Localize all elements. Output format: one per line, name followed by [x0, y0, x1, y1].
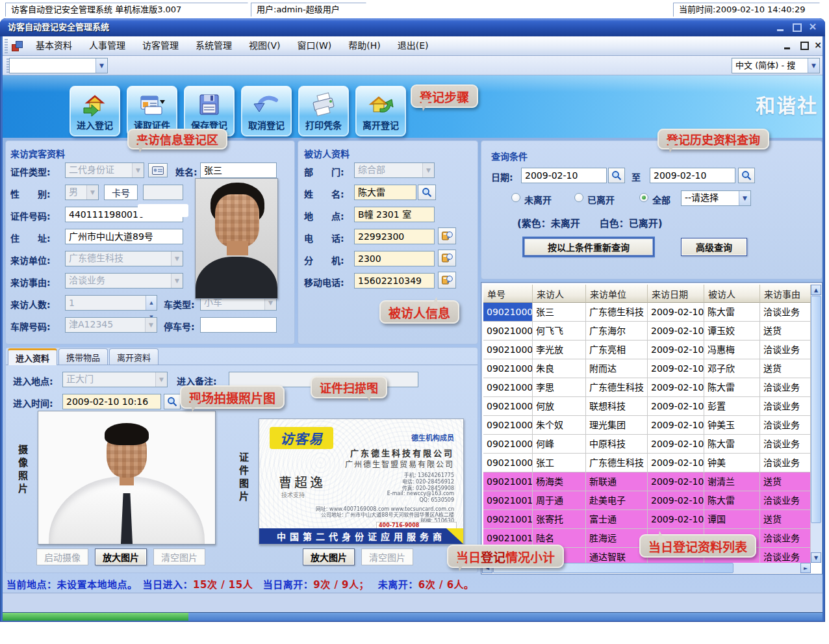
leave-register-button[interactable]: 离开登记: [355, 86, 406, 136]
close-icon[interactable]: ×: [806, 22, 819, 32]
dial-mobile-button[interactable]: [438, 272, 456, 289]
menu-system[interactable]: 系统管理: [187, 36, 240, 55]
mdi-restore-icon[interactable]: [798, 40, 810, 51]
location-input[interactable]: B幢 2301 室: [354, 207, 435, 222]
date-from-picker-button[interactable]: [608, 168, 625, 183]
col-header-visitor[interactable]: 来访人: [533, 285, 586, 303]
col-header-no[interactable]: 单号: [483, 285, 533, 303]
id-type-select[interactable]: 二代身份证 ▼: [65, 162, 144, 178]
enter-register-button[interactable]: 进入登记: [70, 86, 120, 136]
advanced-query-button[interactable]: 高级查询: [681, 238, 747, 256]
table-cell: 洽谈业务: [760, 303, 811, 322]
dial-phone-button[interactable]: [438, 227, 456, 244]
entry-place-select[interactable]: 正大门 ▼: [62, 372, 168, 387]
table-row[interactable]: 090210011周于通赴美电子2009-02-10陈大雷洽谈业务: [483, 491, 811, 510]
vscroll-thumb[interactable]: [811, 296, 821, 523]
visitor-name-input[interactable]: 张三: [200, 162, 277, 178]
zoom-photo-button[interactable]: 放大图片: [95, 548, 147, 565]
table-row[interactable]: 090210005李思广东德生科技2009-02-10陈大雷洽谈业务: [483, 378, 811, 397]
table-row[interactable]: 090210001张三广东德生科技2009-02-10陈大雷洽谈业务: [483, 303, 811, 322]
minimize-icon[interactable]: [774, 22, 787, 32]
tab-carried-items[interactable]: 携带物品: [58, 348, 108, 365]
reason-filter-select[interactable]: --请选择 ▼: [681, 190, 751, 206]
dial-ext-button[interactable]: [438, 250, 456, 266]
parking-input[interactable]: [200, 317, 277, 333]
tab-entry-info[interactable]: 进入资料: [8, 348, 57, 365]
mdi-close-icon[interactable]: ×: [812, 40, 824, 51]
table-cell: 陈大雷: [704, 303, 760, 322]
radio-left[interactable]: [574, 193, 583, 202]
scroll-right-icon[interactable]: ►: [800, 563, 811, 573]
card-number-button[interactable]: 卡号: [104, 185, 138, 200]
language-select[interactable]: 中文 (简体) - 搜 ▼: [732, 58, 820, 73]
start-camera-button[interactable]: 启动摄像: [36, 548, 88, 565]
table-row[interactable]: 090210007朱个奴理光集团2009-02-10钟美玉洽谈业务: [483, 416, 811, 435]
col-header-visited[interactable]: 被访人: [704, 285, 760, 303]
menu-basic-data[interactable]: 基本资料: [27, 36, 81, 55]
clear-photo-button[interactable]: 清空图片: [153, 548, 205, 565]
card-number-input[interactable]: [143, 185, 183, 200]
restore-icon[interactable]: [790, 22, 803, 32]
scroll-up-icon[interactable]: ▲: [811, 285, 821, 295]
entry-time-input[interactable]: 2009-02-10 10:16: [62, 394, 161, 409]
card-person-name: 曹超逸: [279, 472, 325, 491]
gender-label: 性 别:: [10, 187, 51, 200]
menu-help[interactable]: 帮助(H): [340, 36, 389, 55]
table-row[interactable]: 090210009张工广东德生科技2009-02-10钟美洽谈业务: [483, 454, 811, 472]
date-to-input[interactable]: 2009-02-10: [650, 168, 735, 183]
id-card-reader-button[interactable]: [148, 163, 168, 177]
menu-view[interactable]: 视图(V): [240, 36, 289, 55]
phone-input[interactable]: 22992300: [354, 229, 435, 244]
address-input[interactable]: 广州市中山大道89号: [65, 229, 183, 244]
ext-input[interactable]: 2300: [354, 251, 435, 266]
table-row[interactable]: 090210003李光放广东亮相2009-02-10冯惠梅洽谈业务: [483, 341, 811, 359]
table-row[interactable]: 090210010杨海类新联通2009-02-10谢清兰送货: [483, 472, 811, 491]
table-cell: 090210001: [483, 303, 533, 322]
menu-exit[interactable]: 退出(E): [389, 36, 437, 55]
table-row[interactable]: 090210004朱良附而达2009-02-10邓子欣送货: [483, 359, 811, 378]
plate-select[interactable]: 津A12345 ▼: [65, 317, 157, 333]
callout-card-scan: 证件扫描图: [311, 376, 387, 398]
table-row[interactable]: 090210008何峰中原科技2009-02-10陈大雷洽谈业务: [483, 435, 811, 454]
people-count-stepper[interactable]: 1 ▲▼: [65, 295, 157, 311]
app-icon: [12, 41, 22, 51]
cancel-register-button[interactable]: 取消登记: [241, 86, 292, 136]
spinner-arrows-icon[interactable]: ▲▼: [146, 296, 157, 310]
visited-name-input[interactable]: 陈大雷: [354, 185, 416, 200]
ext-label: 分 机:: [304, 253, 344, 266]
callout-daily-list: 当日登记资料列表: [639, 534, 756, 558]
menu-window[interactable]: 窗口(W): [289, 36, 340, 55]
zoom-card-button[interactable]: 放大图片: [303, 548, 355, 565]
mobile-input[interactable]: 15602210349: [354, 273, 435, 289]
col-header-date[interactable]: 来访日期: [648, 285, 704, 303]
company-select[interactable]: 广东德生科技 ▼: [65, 251, 183, 266]
menu-hr[interactable]: 人事管理: [81, 36, 134, 55]
quick-combo[interactable]: ▼: [9, 58, 108, 73]
requery-button[interactable]: 按以上条件重新查询: [524, 238, 654, 256]
date-to-picker-button[interactable]: [738, 168, 755, 183]
language-select-value: 中文 (简体) - 搜: [735, 60, 795, 70]
dept-select[interactable]: 综合部 ▼: [354, 162, 435, 178]
search-person-button[interactable]: [418, 185, 436, 200]
start-camera-label: 启动摄像: [44, 550, 81, 563]
gender-select[interactable]: 男 ▼: [65, 185, 99, 200]
radio-all[interactable]: [639, 193, 648, 202]
col-header-company[interactable]: 来访单位: [586, 285, 648, 303]
table-row[interactable]: 090210012张寄托富士通2009-02-10谭国送货: [483, 510, 811, 529]
enter-register-icon: [81, 92, 108, 118]
table-row[interactable]: 090210002何飞飞广东海尔2009-02-10谭玉姣送货: [483, 322, 811, 341]
menu-visitor[interactable]: 访客管理: [134, 36, 187, 55]
clear-card-button[interactable]: 清空图片: [361, 548, 413, 565]
print-slip-button[interactable]: 打印凭条: [298, 86, 349, 136]
col-header-reason[interactable]: 来访事由: [760, 285, 811, 303]
chevron-down-icon: ▼: [739, 191, 750, 205]
entry-time-picker-button[interactable]: [164, 394, 181, 409]
date-from-input[interactable]: 2009-02-10: [521, 168, 607, 183]
table-row[interactable]: 090210006何放联想科技2009-02-10彭置洽谈业务: [483, 397, 811, 416]
tab-leave-info[interactable]: 离开资料: [109, 348, 159, 365]
scroll-down-icon[interactable]: ▼: [811, 552, 821, 563]
reason-select[interactable]: 洽谈业务 ▼: [65, 273, 183, 289]
mdi-minimize-icon[interactable]: [782, 40, 793, 51]
table-cell: 090210012: [483, 510, 533, 529]
radio-not-left[interactable]: [511, 193, 520, 202]
